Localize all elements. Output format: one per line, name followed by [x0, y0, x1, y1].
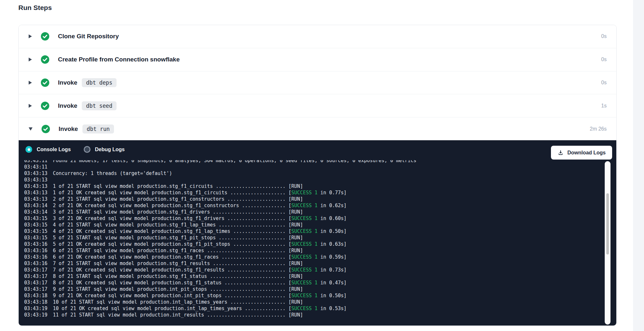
log-bracket: ] — [344, 254, 346, 260]
step-row-dbt-deps[interactable]: Invokedbt deps0s — [19, 71, 616, 95]
caret-right-icon[interactable] — [29, 81, 32, 85]
log-bracket: ] — [344, 228, 346, 234]
log-bracket: [ — [286, 280, 291, 286]
log-bracket: [ — [286, 273, 291, 279]
console-log-viewport: 03:43:11Found 21 models, 17 tests, 0 sna… — [24, 160, 601, 326]
log-line: 03:43:13 — [24, 177, 601, 183]
caret-right-icon[interactable] — [29, 104, 32, 108]
log-status: SUCCESS 1 — [291, 241, 317, 247]
log-bracket: [ — [286, 261, 291, 266]
step-row-dbt-seed[interactable]: Invokedbt seed1s — [19, 94, 616, 117]
log-message: 5 of 21 OK created sql view model produc… — [53, 241, 285, 247]
log-duration: in 0.59s — [317, 254, 344, 260]
log-bracket: [ — [286, 241, 291, 247]
log-message: 2 of 21 OK created sql view model produc… — [53, 203, 285, 208]
log-line: 03:43:132 of 21 START sql view model pro… — [24, 196, 601, 202]
log-bracket: [ — [286, 248, 291, 253]
log-status: SUCCESS 1 — [291, 216, 317, 221]
log-message: 5 of 21 START sql view model production.… — [53, 235, 285, 241]
log-status: SUCCESS 1 — [291, 293, 317, 299]
log-bracket: ] — [300, 183, 303, 189]
radio-debug-logs-label[interactable]: Debug Logs — [95, 147, 125, 152]
console-scrollbar-thumb[interactable] — [606, 193, 609, 254]
log-timestamp: 03:43:15 — [24, 222, 47, 228]
step-duration: 0s — [601, 33, 607, 39]
log-line: 03:43:179 of 21 START sql view model pro… — [24, 286, 601, 292]
download-logs-label: Download Logs — [567, 150, 606, 156]
log-line: 03:43:142 of 21 OK created sql view mode… — [24, 202, 601, 209]
log-bracket: ] — [300, 196, 303, 202]
log-bracket: ] — [344, 267, 346, 273]
log-timestamp: 03:43:18 — [24, 299, 47, 305]
step-row-create-profile-from-connection-snowflake[interactable]: Create Profile from Connection snowflake… — [19, 48, 616, 71]
log-duration: in 0.50s — [317, 293, 344, 299]
log-timestamp: 03:43:14 — [24, 203, 47, 208]
caret-right-icon[interactable] — [29, 34, 32, 38]
run-steps-card: Clone Git Repository0sCreate Profile fro… — [18, 25, 617, 326]
radio-console-logs-label[interactable]: Console Logs — [37, 147, 71, 152]
step-duration: 2m 26s — [590, 126, 607, 132]
log-message: 11 of 21 START sql view model production… — [53, 312, 285, 318]
log-timestamp: 03:43:13 — [24, 183, 47, 189]
step-row-dbt-run[interactable]: Invokedbt run2m 26s — [19, 117, 616, 140]
log-bracket: [ — [286, 235, 291, 241]
radio-debug-logs[interactable]: Debug Logs — [84, 146, 125, 153]
log-timestamp: 03:43:17 — [24, 267, 47, 273]
log-message: Found 21 models, 17 tests, 0 snapshots, … — [53, 160, 416, 163]
radio-unselected-icon[interactable] — [84, 146, 90, 153]
console-log-lines: 03:43:11Found 21 models, 17 tests, 0 sna… — [24, 160, 601, 318]
log-line: 03:43:11Found 21 models, 17 tests, 0 sna… — [24, 160, 601, 164]
log-line: 03:43:154 of 21 START sql view model pro… — [24, 222, 601, 228]
download-icon — [557, 150, 564, 156]
log-line: 03:43:13Concurrency: 1 threads (target='… — [24, 170, 601, 177]
log-bracket: [ — [286, 299, 291, 305]
log-status: SUCCESS 1 — [291, 280, 317, 286]
log-timestamp: 03:43:17 — [24, 286, 47, 292]
log-bracket: ] — [344, 280, 346, 286]
log-line: 03:43:1810 of 21 START sql view model pr… — [24, 299, 601, 305]
log-timestamp: 03:43:14 — [24, 209, 47, 215]
log-timestamp: 03:43:13 — [24, 196, 47, 202]
caret-down-icon[interactable] — [29, 127, 33, 131]
log-bracket: ] — [344, 293, 346, 299]
log-status: RUN — [291, 248, 300, 253]
step-rows-container: Clone Git Repository0sCreate Profile fro… — [19, 25, 616, 140]
log-timestamp: 03:43:15 — [24, 216, 47, 221]
radio-console-logs[interactable]: Console Logs — [25, 146, 71, 153]
log-bracket: ] — [300, 312, 303, 318]
log-bracket: ] — [300, 299, 303, 305]
log-line: 03:43:1911 of 21 START sql view model pr… — [24, 312, 601, 318]
step-label: Clone Git Repository — [58, 33, 119, 40]
log-message: 9 of 21 OK created sql view model produc… — [53, 293, 285, 299]
log-message: 8 of 21 OK created sql view model produc… — [53, 280, 285, 286]
log-message: 3 of 21 START sql view model production.… — [53, 209, 285, 215]
log-status: RUN — [291, 286, 300, 292]
log-duration: in 0.63s — [317, 241, 344, 247]
log-bracket: [ — [286, 203, 291, 208]
log-timestamp: 03:43:17 — [24, 273, 47, 279]
caret-right-icon[interactable] — [29, 58, 32, 61]
log-status: SUCCESS 1 — [291, 306, 317, 311]
log-timestamp: 03:43:13 — [24, 170, 47, 176]
log-bracket: [ — [286, 306, 291, 311]
log-bracket: [ — [286, 196, 291, 202]
log-message: 6 of 21 OK created sql view model produc… — [53, 254, 285, 260]
log-bracket: [ — [286, 190, 291, 196]
radio-selected-icon[interactable] — [25, 146, 32, 153]
log-message: 10 of 21 START sql view model production… — [53, 299, 285, 305]
page-right-gutter — [633, 0, 644, 331]
step-label: Invoke — [58, 102, 77, 109]
log-line: 03:43:165 of 21 OK created sql view mode… — [24, 241, 601, 247]
log-bracket: [ — [286, 222, 291, 228]
log-status: RUN — [291, 209, 300, 215]
log-bracket: ] — [300, 222, 303, 228]
check-circle-icon — [41, 124, 50, 133]
log-duration: in 0.62s — [317, 203, 344, 208]
log-line: 03:43:166 of 21 OK created sql view mode… — [24, 254, 601, 260]
log-message: 4 of 21 START sql view model production.… — [53, 222, 285, 228]
log-status: RUN — [291, 196, 300, 202]
download-logs-button[interactable]: Download Logs — [551, 146, 612, 160]
step-row-clone-git-repository[interactable]: Clone Git Repository0s — [19, 25, 616, 48]
log-message: 6 of 21 START sql view model production.… — [53, 248, 285, 253]
console-scrollbar-track[interactable] — [605, 161, 611, 325]
